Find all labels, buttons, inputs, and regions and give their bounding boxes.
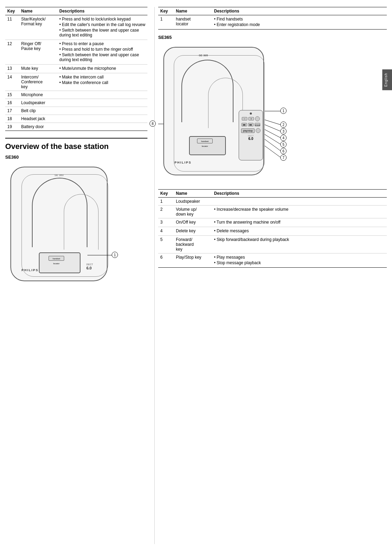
desc-cell: Find handsetsEnter registration mode bbox=[212, 15, 387, 30]
desc-cell bbox=[57, 115, 147, 123]
table-row: 18Headset jack bbox=[5, 115, 147, 123]
desc-cell: Make the intercom callMake the conferenc… bbox=[57, 73, 147, 91]
key-cell: 11 bbox=[5, 15, 19, 40]
desc-cell bbox=[57, 99, 147, 107]
table-row: 6Play/Stop keyPlay messagesStop message … bbox=[158, 253, 387, 268]
se360-body: SE 360 handsetlocator PHILIPS DECT 6.0 bbox=[10, 167, 108, 281]
section-title: Overview of the base station bbox=[5, 138, 147, 151]
name-cell: Volume up/ down key bbox=[174, 206, 212, 218]
se365-body: SE 365 handsetlocator − + bbox=[163, 47, 264, 175]
rb-name-header: Name bbox=[174, 190, 212, 198]
desc-cell bbox=[57, 91, 147, 99]
se365-prev: ⏮ bbox=[241, 123, 247, 126]
desc-cell: Press to enter a pausePress and hold to … bbox=[57, 40, 147, 65]
table-row: 19Battery door bbox=[5, 123, 147, 131]
desc-cell: Delete messages bbox=[212, 227, 387, 236]
key-cell: 5 bbox=[158, 236, 174, 253]
svg-line-4 bbox=[265, 130, 281, 138]
se365-callout-5: 5 bbox=[280, 141, 287, 148]
se365-vol-up: + bbox=[248, 117, 254, 120]
table-row: 1handset locatorFind handsetsEnter regis… bbox=[158, 15, 387, 30]
name-cell: Star/Keylock/ Format key bbox=[19, 15, 57, 40]
se365-handset-btn: handsetlocator bbox=[197, 139, 213, 143]
svg-line-3 bbox=[265, 125, 281, 132]
name-cell: Loudspeaker bbox=[174, 198, 212, 206]
se365-callout-3: 3 bbox=[280, 128, 287, 134]
name-cell: Belt clip bbox=[19, 107, 57, 115]
table-row: 12Ringer Off/ Pause keyPress to enter a … bbox=[5, 40, 147, 65]
key-cell: 19 bbox=[5, 123, 19, 131]
table-row: 15Microphone bbox=[5, 91, 147, 99]
table-row: 17Belt clip bbox=[5, 107, 147, 115]
name-cell: On/Off key bbox=[174, 218, 212, 227]
left-column: Key Name Descriptions 11Star/Keylock/ Fo… bbox=[5, 7, 154, 544]
name-cell: Play/Stop key bbox=[174, 253, 212, 268]
se360-base bbox=[39, 252, 80, 273]
key-cell: 12 bbox=[5, 40, 19, 65]
se360-arch bbox=[32, 178, 87, 247]
language-tab: English bbox=[382, 69, 392, 90]
se365-arch bbox=[181, 60, 233, 122]
se365-arch-inner bbox=[208, 78, 243, 128]
col-key-header: Key bbox=[5, 7, 19, 15]
table-row: 14Intercom/ Conference keyMake the inter… bbox=[5, 73, 147, 91]
se365-callout-1: 1 bbox=[280, 108, 287, 114]
key-cell: 1 bbox=[158, 198, 174, 206]
se365-model-text: SE 365 bbox=[199, 54, 208, 57]
table-row: 4Delete keyDelete messages bbox=[158, 227, 387, 236]
desc-cell: Mute/unmute the microphone bbox=[57, 65, 147, 73]
desc-cell: Skip forward/backward during playback bbox=[212, 236, 387, 253]
se365-dect-area: DECT 6.0 bbox=[239, 135, 263, 141]
desc-cell: Increase/decrease the speaker volume bbox=[212, 206, 387, 218]
key-cell: 1 bbox=[158, 15, 174, 30]
name-cell: Delete key bbox=[174, 227, 212, 236]
se360-arch-inner bbox=[64, 194, 99, 250]
rt-name-header: Name bbox=[174, 7, 212, 15]
name-cell: Loudspeaker bbox=[19, 99, 57, 107]
table-row: 3On/Off keyTurn the answering machine on… bbox=[158, 218, 387, 227]
se365-brand: PHILIPS bbox=[174, 161, 191, 164]
se365-callout-2: 2 bbox=[280, 122, 287, 128]
se365-callout-8: 8 bbox=[150, 120, 156, 127]
svg-line-7 bbox=[265, 146, 281, 158]
desc-cell bbox=[57, 123, 147, 131]
svg-line-2 bbox=[265, 120, 281, 125]
table-row: 16Loudspeaker bbox=[5, 99, 147, 107]
se360-dect: DECT 6.0 bbox=[86, 262, 93, 270]
desc-cell: Turn the answering machine on/off bbox=[212, 218, 387, 227]
table-row: 13Mute keyMute/unmute the microphone bbox=[5, 65, 147, 73]
se360-brand: PHILIPS bbox=[22, 268, 39, 272]
se365-callout-6: 6 bbox=[280, 148, 287, 154]
rt-desc-header: Descriptions bbox=[212, 7, 387, 15]
se365-diagram: SE 365 handsetlocator − + bbox=[158, 43, 290, 182]
desc-cell: Press and hold to lock/unlock keypadEdit… bbox=[57, 15, 147, 40]
se365-play-dot bbox=[256, 128, 261, 133]
key-cell: 17 bbox=[5, 107, 19, 115]
name-cell: Intercom/ Conference key bbox=[19, 73, 57, 91]
se365-callout-7: 7 bbox=[280, 155, 287, 161]
key-cell: 13 bbox=[5, 65, 19, 73]
name-cell: Microphone bbox=[19, 91, 57, 99]
se365-btn-panel: − + ⏮ ⏭ erase play/stop bbox=[239, 110, 263, 160]
key-cell: 14 bbox=[5, 73, 19, 91]
se365-play-stop: play/stop bbox=[241, 128, 254, 133]
table-row: 11Star/Keylock/ Format keyPress and hold… bbox=[5, 15, 147, 40]
se365-vol-row: − + bbox=[240, 116, 262, 121]
rb-desc-header: Descriptions bbox=[212, 190, 387, 198]
table-row: 1Loudspeaker bbox=[158, 198, 387, 206]
se360-handset-btn: handsetlocator bbox=[49, 256, 64, 261]
se360-label: SE360 bbox=[5, 155, 147, 160]
desc-cell: Play messagesStop message playback bbox=[212, 253, 387, 268]
se365-next: ⏭ bbox=[248, 123, 254, 126]
name-cell: Mute key bbox=[19, 65, 57, 73]
se360-diagram: SE 360 handsetlocator PHILIPS DECT 6.0 1 bbox=[5, 163, 116, 295]
se365-erase: erase bbox=[255, 123, 260, 126]
page-container: Key Name Descriptions 11Star/Keylock/ Fo… bbox=[0, 0, 392, 551]
se365-nav-row: ⏮ ⏭ erase bbox=[240, 123, 262, 126]
rb-key-header: Key bbox=[158, 190, 174, 198]
se365-on-off bbox=[255, 116, 260, 121]
name-cell: Forward/ backward key bbox=[174, 236, 212, 253]
key-cell: 16 bbox=[5, 99, 19, 107]
name-cell: handset locator bbox=[174, 15, 212, 30]
table-row: 5Forward/ backward keySkip forward/backw… bbox=[158, 236, 387, 253]
